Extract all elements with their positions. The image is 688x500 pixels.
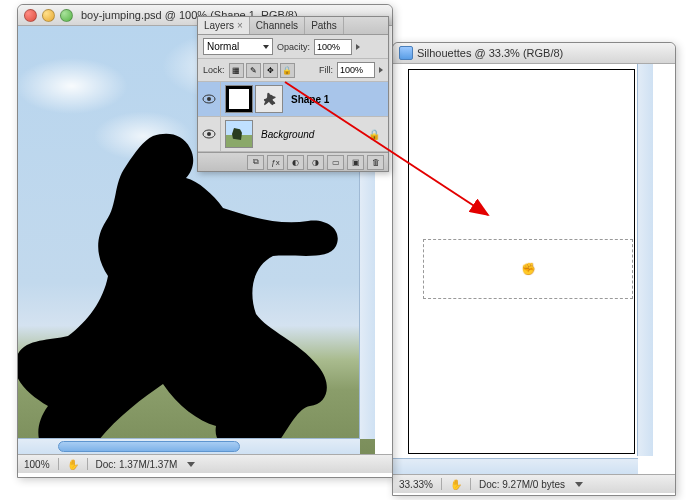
lock-icon: 🔒: [368, 129, 380, 140]
flyout-arrow-icon[interactable]: [356, 44, 360, 50]
close-icon[interactable]: ×: [237, 20, 243, 31]
doc-size: Doc: 1.37M/1.37M: [96, 459, 178, 470]
zoom-button[interactable]: [60, 9, 73, 22]
minimize-button[interactable]: [42, 9, 55, 22]
tab-paths[interactable]: Paths: [305, 17, 344, 34]
flyout-icon[interactable]: [575, 482, 583, 487]
statusbar-boy-jumping: 100% ✋ Doc: 1.37M/1.37M: [18, 454, 392, 473]
panel-footer: ⧉ ƒx ◐ ◑ ▭ ▣ 🗑: [198, 152, 388, 171]
layer-shape-1[interactable]: Shape 1: [198, 82, 388, 117]
adjustment-icon[interactable]: ◑: [307, 155, 324, 170]
drag-drop-ghost: ✊: [423, 239, 633, 299]
shape-silhouette: [18, 126, 375, 454]
lock-all-icon[interactable]: 🔒: [280, 63, 295, 78]
svg-point-1: [207, 97, 211, 101]
scrollbar-thumb[interactable]: [58, 441, 240, 452]
tab-layers[interactable]: Layers×: [198, 17, 250, 34]
tab-channels[interactable]: Channels: [250, 17, 305, 34]
layer-background[interactable]: Background 🔒: [198, 117, 388, 152]
visibility-toggle[interactable]: [198, 82, 221, 116]
layers-panel: Layers× Channels Paths Normal Opacity: 1…: [197, 16, 389, 172]
blend-opacity-row: Normal Opacity: 100%: [198, 35, 388, 59]
opacity-input[interactable]: 100%: [314, 39, 352, 55]
horizontal-scrollbar[interactable]: [18, 438, 360, 454]
lock-position-icon[interactable]: ✥: [263, 63, 278, 78]
statusbar-silhouettes: 33.33% ✋ Doc: 9.27M/0 bytes: [393, 474, 675, 493]
layer-name[interactable]: Background: [261, 129, 314, 140]
lock-fill-row: Lock: ▦ ✎ ✥ 🔒 Fill: 100%: [198, 59, 388, 82]
grab-cursor-icon: ✊: [521, 262, 536, 276]
lock-label: Lock:: [203, 65, 225, 75]
blend-mode-select[interactable]: Normal: [203, 38, 273, 55]
vertical-scrollbar[interactable]: [637, 64, 653, 456]
document-icon: [399, 46, 413, 60]
titlebar-silhouettes[interactable]: Silhouettes @ 33.3% (RGB/8): [393, 43, 675, 64]
document-window-silhouettes: Silhouettes @ 33.3% (RGB/8) ✊ 33.33% ✋ D…: [392, 42, 676, 496]
zoom-level[interactable]: 33.33%: [399, 479, 433, 490]
zoom-level[interactable]: 100%: [24, 459, 50, 470]
new-layer-icon[interactable]: ▣: [347, 155, 364, 170]
fill-input[interactable]: 100%: [337, 62, 375, 78]
trash-icon[interactable]: 🗑: [367, 155, 384, 170]
hand-tool-icon[interactable]: ✋: [450, 479, 462, 490]
layer-mask-thumb[interactable]: [225, 85, 253, 113]
traffic-lights: [24, 9, 73, 22]
canvas-silhouettes[interactable]: ✊: [393, 64, 653, 474]
group-icon[interactable]: ▭: [327, 155, 344, 170]
visibility-toggle[interactable]: [198, 117, 221, 151]
link-layers-icon[interactable]: ⧉: [247, 155, 264, 170]
close-button[interactable]: [24, 9, 37, 22]
doc-size: Doc: 9.27M/0 bytes: [479, 479, 565, 490]
lock-transparency-icon[interactable]: ▦: [229, 63, 244, 78]
layers-list: Shape 1 Background 🔒: [198, 82, 388, 152]
flyout-icon[interactable]: [187, 462, 195, 467]
opacity-label: Opacity:: [277, 42, 310, 52]
lock-icons: ▦ ✎ ✥ 🔒: [229, 63, 295, 78]
layer-thumb[interactable]: [225, 120, 253, 148]
vector-mask-thumb[interactable]: [255, 85, 283, 113]
hand-tool-icon[interactable]: ✋: [67, 459, 79, 470]
panel-tabs: Layers× Channels Paths: [198, 17, 388, 35]
flyout-arrow-icon[interactable]: [379, 67, 383, 73]
fill-label: Fill:: [319, 65, 333, 75]
svg-point-3: [207, 132, 211, 136]
horizontal-scrollbar[interactable]: [393, 458, 638, 474]
fx-icon[interactable]: ƒx: [267, 155, 284, 170]
chevron-down-icon: [263, 45, 269, 49]
mask-icon[interactable]: ◐: [287, 155, 304, 170]
window-title: Silhouettes @ 33.3% (RGB/8): [417, 47, 563, 59]
lock-pixels-icon[interactable]: ✎: [246, 63, 261, 78]
layer-name[interactable]: Shape 1: [291, 94, 329, 105]
